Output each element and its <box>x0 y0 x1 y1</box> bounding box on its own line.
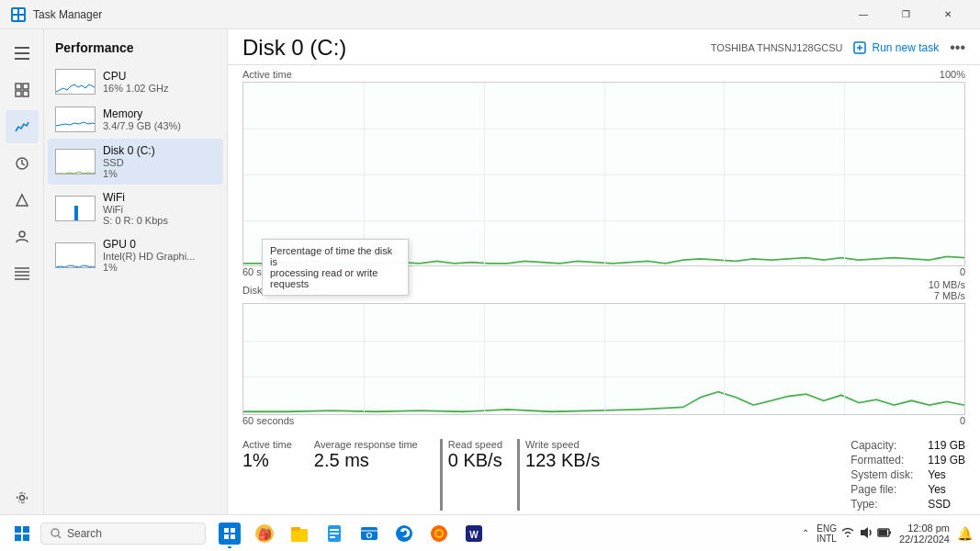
minimize-button[interactable]: — <box>842 0 884 29</box>
svg-rect-36 <box>291 529 308 542</box>
sidebar-item-disk0[interactable]: Disk 0 (C:) SSD 1% <box>48 139 223 185</box>
svg-rect-4 <box>15 47 29 49</box>
stats-right-panel: Capacity: 119 GB Formatted: 119 GB Syste… <box>850 439 965 511</box>
sidebar-header: Performance <box>44 33 227 62</box>
svg-text:🎒: 🎒 <box>258 527 272 541</box>
titlebar-left: Task Manager <box>11 7 102 22</box>
svg-rect-5 <box>15 52 29 54</box>
disk0-info: Disk 0 (C:) SSD 1% <box>103 144 155 179</box>
taskbar-app-icon[interactable]: W <box>457 517 490 550</box>
taskbar-explorer-icon[interactable] <box>283 517 316 550</box>
taskbar-outlook-icon[interactable]: O <box>353 517 386 550</box>
type-value: SSD <box>928 498 965 511</box>
svg-marker-12 <box>17 195 28 206</box>
more-options-button[interactable]: ••• <box>950 39 965 56</box>
svg-marker-51 <box>861 527 868 538</box>
svg-rect-40 <box>330 533 339 534</box>
gpu0-sub1: Intel(R) HD Graphi... <box>103 251 195 262</box>
charts-area: Active time 100% Percentage of time th <box>228 65 980 514</box>
memory-info: Memory 3.4/7.9 GB (43%) <box>103 107 181 131</box>
chart2-time-label: 60 seconds <box>242 415 294 426</box>
svg-rect-39 <box>330 529 339 531</box>
svg-rect-24 <box>15 526 21 533</box>
capacity-value: 119 GB <box>928 439 965 452</box>
svg-rect-53 <box>889 531 891 534</box>
svg-rect-7 <box>16 84 21 89</box>
nav-startup[interactable] <box>6 184 39 217</box>
svg-rect-2 <box>13 16 17 20</box>
close-button[interactable]: ✕ <box>927 0 969 29</box>
sidebar-item-wifi[interactable]: WiFi WiFi S: 0 R: 0 Kbps <box>48 186 223 231</box>
disk-mini-graph <box>55 149 96 174</box>
nav-hamburger[interactable] <box>6 37 39 70</box>
sidebar-item-gpu0[interactable]: GPU 0 Intel(R) HD Graphi... 1% <box>48 232 223 278</box>
main-content: Disk 0 (C:) TOSHIBA THNSNJ128GCSU Run ne… <box>228 29 980 514</box>
run-new-task-label: Run new task <box>872 41 939 54</box>
svg-rect-25 <box>23 526 29 533</box>
cpu-name: CPU <box>103 70 169 83</box>
svg-rect-32 <box>224 534 229 539</box>
svg-rect-30 <box>224 528 229 533</box>
stats-row: Active time 1% Average response time 2.5… <box>242 430 965 514</box>
battery-tray-icon[interactable] <box>877 525 892 542</box>
nav-settings[interactable] <box>6 481 39 514</box>
notification-button[interactable]: 🔔 <box>957 526 973 541</box>
volume-tray-icon[interactable] <box>859 525 873 542</box>
svg-rect-27 <box>23 534 29 541</box>
svg-point-45 <box>396 525 412 542</box>
cpu-info: CPU 16% 1.02 GHz <box>103 70 169 94</box>
chart1-header: Active time 100% <box>242 69 965 80</box>
active-time-value: 1% <box>242 450 292 471</box>
gridline <box>484 83 485 265</box>
nav-performance[interactable] <box>6 110 39 143</box>
chart1-container: Percentage of time the disk is processin… <box>242 82 965 266</box>
nav-apphistory[interactable] <box>6 147 39 180</box>
sidebar-item-memory[interactable]: Memory 3.4/7.9 GB (43%) <box>48 101 223 138</box>
taskbar-search[interactable]: Search <box>40 523 206 545</box>
formatted-label: Formatted: <box>850 454 913 467</box>
lang-indicator[interactable]: ENG INTL <box>817 523 837 544</box>
nav-users[interactable] <box>6 220 39 253</box>
svg-rect-54 <box>879 530 887 535</box>
taskbar-files-icon[interactable] <box>318 517 351 550</box>
taskbar-store-icon[interactable]: 🎒 <box>248 517 281 550</box>
titlebar: Task Manager — ❐ ✕ <box>0 0 980 29</box>
taskbar-clock[interactable]: 12:08 pm 22/12/2024 <box>899 523 950 545</box>
svg-rect-6 <box>15 58 29 60</box>
maximize-button[interactable]: ❐ <box>884 0 927 29</box>
svg-rect-41 <box>330 536 335 538</box>
gpu0-sub2: 1% <box>103 262 195 273</box>
disk0-sub1: SSD <box>103 157 155 168</box>
read-speed-value: 0 KB/s <box>448 450 502 471</box>
nav-processes[interactable] <box>6 73 39 107</box>
sidebar-item-cpu[interactable]: CPU 16% 1.02 GHz <box>48 63 223 100</box>
titlebar-controls: — ❐ ✕ <box>842 0 969 29</box>
chart2-zero: 0 <box>960 415 965 426</box>
svg-rect-37 <box>291 527 300 531</box>
nav-details[interactable] <box>6 257 39 290</box>
gridline <box>604 304 605 414</box>
memory-name: Memory <box>103 107 181 120</box>
run-new-task-button[interactable]: Run new task <box>853 41 939 54</box>
start-button[interactable] <box>7 519 37 548</box>
gpu0-name: GPU 0 <box>103 238 195 251</box>
system-disk-value: Yes <box>928 468 965 481</box>
svg-rect-10 <box>23 91 28 96</box>
expand-tray-button[interactable]: ⌃ <box>802 528 809 538</box>
svg-rect-3 <box>19 16 24 20</box>
taskbar-taskmanager-icon[interactable] <box>213 517 246 550</box>
chart2-max: 10 MB/s <box>929 279 965 290</box>
tooltip-box: Percentage of time the disk is processin… <box>262 239 409 296</box>
taskbar-edge-icon[interactable] <box>388 517 421 550</box>
gridline <box>364 304 365 414</box>
chart2-mid: 7 MB/s <box>934 290 965 301</box>
svg-rect-33 <box>231 534 235 539</box>
write-speed-value: 123 KB/s <box>525 450 600 471</box>
wifi-tray-icon[interactable] <box>840 525 855 542</box>
read-write-stats: Read speed 0 KB/s Write speed 123 KB/s <box>440 439 601 511</box>
search-icon <box>51 528 62 539</box>
taskbar-browser-icon[interactable] <box>422 517 456 550</box>
svg-rect-1 <box>19 9 24 14</box>
svg-text:O: O <box>366 531 372 540</box>
read-speed-stat: Read speed 0 KB/s <box>440 439 502 511</box>
